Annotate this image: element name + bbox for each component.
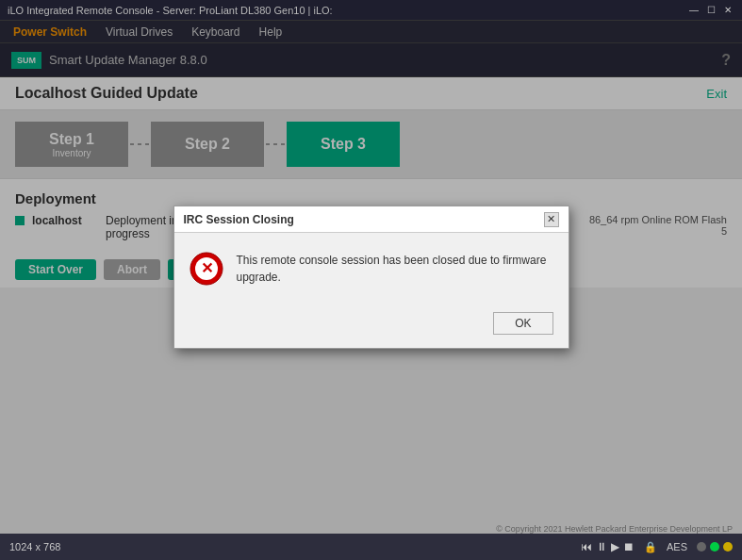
dialog-footer: OK — [174, 305, 569, 348]
dialog-title: IRC Session Closing — [184, 213, 294, 226]
media-controls: ⏮ ⏸ ▶ ⏹ — [581, 540, 635, 553]
error-icon: ✕ — [190, 252, 223, 286]
minimize-button[interactable]: — — [687, 4, 701, 17]
dialog: IRC Session Closing ✕ ✕ This remote cons… — [173, 206, 569, 349]
status-right: ⏮ ⏸ ▶ ⏹ 🔒 AES — [581, 540, 733, 553]
media-play[interactable]: ▶ — [611, 540, 619, 553]
dialog-titlebar: IRC Session Closing ✕ — [174, 206, 569, 233]
media-skip-back[interactable]: ⏮ — [581, 540, 592, 553]
status-dots — [697, 542, 733, 552]
dot-green — [710, 542, 719, 552]
maximize-button[interactable]: ☐ — [704, 4, 717, 17]
dot-grey — [697, 542, 706, 552]
ok-button[interactable]: OK — [493, 312, 552, 335]
modal-overlay: IRC Session Closing ✕ ✕ This remote cons… — [0, 21, 742, 534]
status-bar: 1024 x 768 ⏮ ⏸ ▶ ⏹ 🔒 AES — [0, 534, 742, 560]
svg-text:✕: ✕ — [200, 260, 212, 276]
window-controls: — ☐ ✕ — [687, 4, 734, 17]
aes-label: AES — [667, 541, 687, 552]
dialog-body: ✕ This remote console session has been c… — [174, 233, 569, 305]
dialog-message: This remote console session has been clo… — [237, 252, 553, 286]
media-record[interactable]: ⏹ — [623, 540, 635, 553]
close-window-button[interactable]: ✕ — [721, 4, 734, 17]
title-bar: iLO Integrated Remote Console - Server: … — [0, 0, 742, 21]
lock-icon: 🔒 — [644, 541, 657, 553]
media-pause[interactable]: ⏸ — [596, 540, 607, 553]
dialog-close-button[interactable]: ✕ — [544, 212, 559, 227]
dot-yellow — [723, 542, 733, 552]
window-title: iLO Integrated Remote Console - Server: … — [8, 5, 687, 16]
resolution-label: 1024 x 768 — [9, 541, 60, 552]
